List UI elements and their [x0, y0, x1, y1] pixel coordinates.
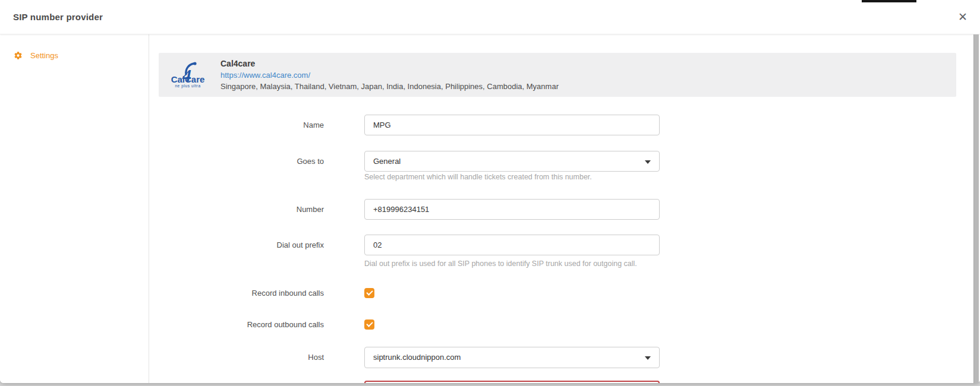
dial-out-prefix-help: Dial out prefix is used for all SIP phon… — [364, 260, 637, 268]
name-input[interactable] — [364, 115, 660, 135]
dial-out-prefix-label: Dial out prefix — [149, 235, 324, 255]
sidebar-item-label: Settings — [30, 51, 58, 60]
background-window-strip — [862, 0, 916, 2]
sidebar-item-settings[interactable]: Settings — [0, 49, 149, 62]
chevron-down-icon — [645, 356, 651, 360]
modal-body: Settings 4 CalCare ne plus ultra Cal4car… — [0, 34, 980, 383]
modal-title: SIP number provider — [13, 0, 103, 34]
modal-header: SIP number provider ✕ — [0, 0, 980, 34]
scrollbar[interactable] — [973, 34, 979, 383]
cal4care-wordmark: CalCare — [167, 75, 209, 84]
chevron-down-icon — [645, 160, 651, 164]
record-inbound-checkbox[interactable] — [364, 288, 374, 298]
number-label: Number — [149, 199, 324, 220]
sidebar: Settings — [0, 34, 149, 383]
provider-countries: Singapore, Malaysia, Thailand, Vietnam, … — [220, 81, 559, 92]
settings-panel: 4 CalCare ne plus ultra Cal4care https:/… — [149, 34, 980, 383]
sip-provider-modal: SIP number provider ✕ Settings 4 C — [0, 0, 980, 383]
record-outbound-checkbox[interactable] — [364, 319, 374, 330]
cal4care-tagline: ne plus ultra — [167, 84, 209, 88]
close-icon[interactable]: ✕ — [954, 8, 972, 26]
gear-icon — [14, 51, 23, 60]
number-input[interactable] — [364, 199, 660, 220]
provider-card: 4 CalCare ne plus ultra Cal4care https:/… — [159, 53, 956, 97]
dial-out-prefix-input[interactable] — [364, 235, 660, 255]
host-label: Host — [149, 347, 324, 368]
provider-url-link[interactable]: https://www.cal4care.com/ — [220, 69, 559, 81]
goes-to-label: Goes to — [149, 151, 324, 172]
error-input[interactable] — [364, 381, 660, 383]
cal4care-logo: 4 CalCare ne plus ultra — [167, 61, 209, 88]
name-label: Name — [149, 115, 324, 135]
provider-name: Cal4care — [220, 58, 559, 69]
record-inbound-label: Record inbound calls — [149, 288, 324, 298]
host-value: siptrunk.cloudnippon.com — [373, 353, 461, 362]
host-select[interactable]: siptrunk.cloudnippon.com — [364, 347, 660, 368]
goes-to-select[interactable]: General — [364, 151, 660, 172]
goes-to-value: General — [373, 157, 401, 166]
record-outbound-label: Record outbound calls — [149, 319, 324, 330]
goes-to-help: Select department which will handle tick… — [364, 173, 592, 181]
provider-info: Cal4care https://www.cal4care.com/ Singa… — [220, 58, 559, 92]
